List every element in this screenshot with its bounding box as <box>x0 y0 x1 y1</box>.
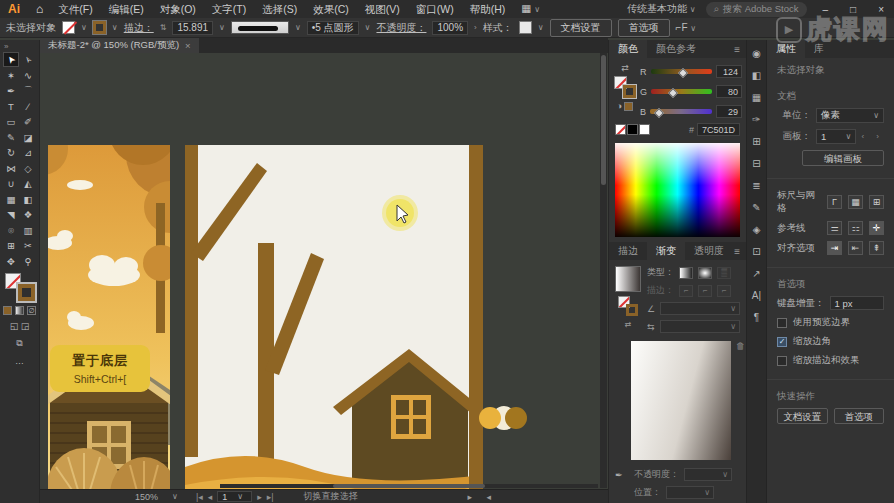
panel-fill-stroke[interactable] <box>614 76 636 98</box>
dock-color-guide-icon[interactable]: ◧ <box>752 70 761 81</box>
direct-selection-tool[interactable]: ➣ <box>20 52 36 67</box>
tab-color-guide[interactable]: 颜色参考 <box>647 40 705 58</box>
draw-mode-icon[interactable]: ◱ ◲ <box>10 321 30 331</box>
tree-right[interactable] <box>469 145 483 503</box>
dock-export-icon[interactable]: ↗ <box>752 268 760 279</box>
stop-location-select[interactable]: ∨ <box>666 486 714 499</box>
curvature-tool[interactable]: ⌒ <box>20 83 36 98</box>
dock-align-icon[interactable]: ≣ <box>752 180 760 191</box>
gradient-angle-select[interactable]: ∨ <box>660 302 740 315</box>
stroke-along-button[interactable]: ⌐ <box>698 285 712 297</box>
slider-blue-track[interactable] <box>650 109 712 114</box>
eyedropper-tool[interactable]: ◥ <box>3 207 19 222</box>
tab-transparency[interactable]: 透明度 <box>685 242 733 260</box>
artboard-canvas[interactable] <box>185 145 483 503</box>
selection-tool[interactable]: ➤ <box>3 52 19 67</box>
white-swatch[interactable] <box>639 124 650 135</box>
scale-strokes-option[interactable]: 缩放描边和效果 <box>777 354 884 367</box>
home-icon[interactable]: ⌂ <box>30 2 49 16</box>
tab-libraries[interactable]: 库 <box>805 40 833 58</box>
brush-dropdown-icon[interactable]: ∨ <box>295 23 301 32</box>
radial-gradient-button[interactable] <box>698 267 712 279</box>
dock-layers-icon[interactable]: ◈ <box>753 224 761 235</box>
edit-artboard-button[interactable]: 编辑画板 <box>802 150 884 166</box>
gradient-preview[interactable]: 🗑 <box>631 341 731 460</box>
keyboard-increment-field[interactable]: 1 px <box>830 296 885 310</box>
reverse-gradient-icon[interactable]: ⇄ <box>625 320 632 329</box>
style-dropdown-icon[interactable]: ∨ <box>538 23 544 32</box>
ruler-icon[interactable]: Γ <box>827 195 842 209</box>
magic-wand-tool[interactable]: ✶ <box>3 68 19 83</box>
qa-preferences-button[interactable]: 首选项 <box>834 408 885 424</box>
grayscale-icon[interactable]: ◑ <box>617 101 634 111</box>
gradient-button[interactable] <box>15 306 24 315</box>
gradient-tool[interactable]: ◧ <box>20 192 36 207</box>
stroke-dropdown-icon[interactable]: ∨ <box>112 23 118 32</box>
preview-bounds-option[interactable]: 使用预览边界 <box>777 316 884 329</box>
zoom-dropdown-icon[interactable]: ∨ <box>172 492 178 501</box>
vertical-scrollbar[interactable] <box>600 53 607 488</box>
qa-document-setup-button[interactable]: 文档设置 <box>777 408 828 424</box>
stroke-weight-value[interactable]: 15.891 <box>172 21 213 35</box>
gradient-panel-menu-icon[interactable]: ≡ <box>734 246 746 257</box>
brush-definition-preview[interactable] <box>231 21 289 34</box>
tab-properties[interactable]: 属性 <box>767 40 805 58</box>
black-swatch[interactable] <box>627 124 638 135</box>
gradient-fill-stroke[interactable] <box>618 296 638 316</box>
snap-pixel-icon[interactable]: ⇥ <box>827 241 842 255</box>
opacity-label[interactable]: 不透明度： <box>376 21 426 35</box>
stop-opacity-select[interactable]: ∨ <box>684 468 732 481</box>
opacity-expand-icon[interactable]: › <box>474 23 477 32</box>
maximize-button[interactable]: □ <box>844 4 862 15</box>
slider-green-value[interactable]: 80 <box>716 85 742 98</box>
scale-strokes-checkbox[interactable] <box>777 356 787 366</box>
line-segment-tool[interactable]: ∕ <box>20 99 36 114</box>
dock-transform-icon[interactable]: ⊞ <box>752 136 760 147</box>
stroke-across-button[interactable]: ⌐ <box>717 285 731 297</box>
slider-red-value[interactable]: 124 <box>716 65 742 78</box>
none-swatch[interactable] <box>615 124 626 135</box>
dock-swatches-icon[interactable]: ▦ <box>752 92 761 103</box>
brush-variable-width[interactable]: • 5 点圆形 <box>307 21 359 35</box>
first-artboard-icon[interactable]: |◂ <box>196 492 203 502</box>
tab-close-icon[interactable]: × <box>185 40 191 51</box>
eraser-tool[interactable]: ◪ <box>20 130 36 145</box>
paintbrush-tool[interactable]: ✐ <box>20 114 36 129</box>
pencil-tool[interactable]: ✎ <box>3 130 19 145</box>
toolbar-more-icon[interactable]: … <box>15 356 24 366</box>
stock-search-input[interactable]: ⌕搜索 Adobe Stock <box>706 2 807 17</box>
close-button[interactable]: × <box>872 4 890 15</box>
column-graph-tool[interactable]: ▥ <box>20 223 36 238</box>
type-tool[interactable]: T <box>3 99 19 114</box>
slice-tool[interactable]: ✂ <box>20 238 36 253</box>
rectangle-tool[interactable]: ▭ <box>3 114 19 129</box>
tab-color[interactable]: 颜色 <box>609 40 647 58</box>
ai-logo[interactable]: Ai <box>0 2 28 16</box>
menu-type[interactable]: 文字(T) <box>205 0 253 18</box>
stroke-stepper[interactable]: ⇅ <box>160 23 167 32</box>
dock-character-icon[interactable]: A| <box>752 290 761 301</box>
dock-artboards-icon[interactable]: ⊡ <box>752 246 760 257</box>
tab-stroke[interactable]: 描边 <box>609 242 647 260</box>
menu-select[interactable]: 选择(S) <box>255 0 304 18</box>
snap-grid-icon[interactable]: ⇞ <box>869 241 884 255</box>
reference-artwork[interactable] <box>48 145 170 490</box>
swap-fill-stroke-icon[interactable]: ⇄ <box>621 63 629 73</box>
linear-gradient-button[interactable] <box>679 267 693 279</box>
log-circle-gold[interactable] <box>479 407 501 429</box>
artboard-prev-next-icons[interactable]: ‹ › <box>861 132 884 141</box>
scale-corners-checkbox[interactable]: ✓ <box>777 337 787 347</box>
menu-help[interactable]: 帮助(H) <box>463 0 513 18</box>
preview-bounds-checkbox[interactable] <box>777 318 787 328</box>
hand-tool[interactable]: ✥ <box>3 254 19 269</box>
zoom-level[interactable]: 150% <box>135 492 158 502</box>
menu-view[interactable]: 视图(V) <box>358 0 407 18</box>
blend-tool[interactable]: ❖ <box>20 207 36 222</box>
opacity-value[interactable]: 100% <box>432 21 468 35</box>
color-button[interactable] <box>3 306 12 315</box>
eyedropper-icon[interactable]: ✒ <box>615 470 629 480</box>
hex-value-field[interactable]: 7C501D <box>697 123 740 136</box>
smart-guides-icon[interactable]: ✛ <box>869 221 884 235</box>
offcanvas-shapes[interactable] <box>476 404 552 432</box>
grid-icon[interactable]: ▦ <box>848 195 863 209</box>
